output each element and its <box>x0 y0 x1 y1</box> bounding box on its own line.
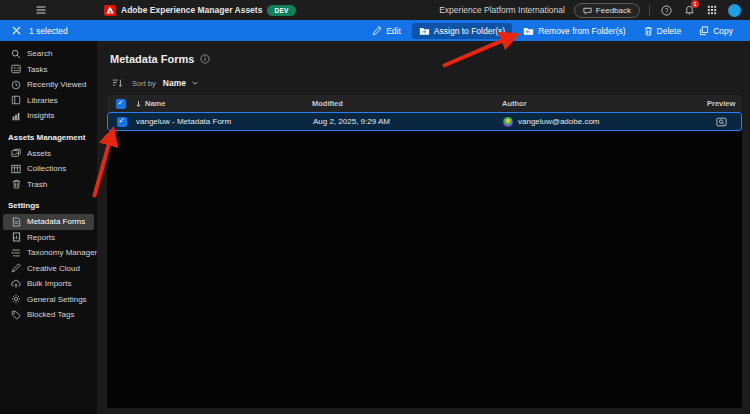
sidebar: Search Tasks Recently Viewed Libraries I… <box>0 41 97 414</box>
feedback-button[interactable]: Feedback <box>574 3 640 18</box>
org-label[interactable]: Experience Platform International <box>439 5 565 15</box>
info-icon[interactable] <box>200 54 210 64</box>
app-title: Adobe Experience Manager Assets <box>121 5 262 15</box>
sidebar-item-taxonomy-management[interactable]: Taxonomy Management <box>3 245 94 261</box>
adobe-logo-icon <box>104 5 116 16</box>
selected-count-label: 1 selected <box>29 26 68 36</box>
table-row-selected[interactable]: vangeluw - Metadata Form Aug 2, 2025, 9:… <box>107 112 742 131</box>
metadata-forms-table: Name Modified Author Preview vangeluw - … <box>107 95 742 408</box>
sidebar-item-creative-cloud[interactable]: Creative Cloud <box>3 261 94 277</box>
row-checkbox[interactable] <box>117 117 127 127</box>
sidebar-item-trash[interactable]: Trash <box>3 177 94 193</box>
topbar-divider <box>649 4 650 16</box>
sidebar-item-metadata-forms[interactable]: Metadata Forms <box>3 214 94 230</box>
table-header-row: Name Modified Author Preview <box>107 95 742 112</box>
remove-label: Remove from Folder(s) <box>538 26 625 36</box>
creative-cloud-pen-icon <box>11 263 21 273</box>
selection-action-bar: 1 selected Edit Assign to Folder(s) Remo… <box>0 20 750 41</box>
sidebar-item-label: Collections <box>27 164 66 173</box>
app-switcher-grid-icon[interactable] <box>705 3 719 17</box>
sidebar-item-insights[interactable]: Insights <box>3 108 94 124</box>
collections-icon <box>11 164 21 174</box>
sidebar-item-bulk-imports[interactable]: Bulk Imports <box>3 276 94 292</box>
sort-by-value[interactable]: Name <box>163 78 186 88</box>
search-icon <box>11 49 21 59</box>
sidebar-item-search[interactable]: Search <box>3 46 94 62</box>
copy-label: Copy <box>713 26 733 36</box>
sidebar-item-recently-viewed[interactable]: Recently Viewed <box>3 77 94 93</box>
sidebar-item-label: Insights <box>27 111 55 120</box>
gear-icon <box>11 294 21 304</box>
assets-icon <box>11 148 21 158</box>
sort-order-icon[interactable] <box>112 78 123 88</box>
sidebar-item-label: General Settings <box>27 295 87 304</box>
env-badge: DEV <box>267 5 295 16</box>
sidebar-item-label: Blocked Tags <box>27 310 74 319</box>
select-all-checkbox[interactable] <box>116 99 126 109</box>
delete-label: Delete <box>657 26 682 36</box>
svg-text:?: ? <box>664 6 668 13</box>
column-header-name[interactable]: Name <box>145 99 165 108</box>
remove-from-folders-button[interactable]: Remove from Folder(s) <box>516 23 632 39</box>
insights-icon <box>11 111 21 121</box>
sidebar-item-label: Tasks <box>27 65 47 74</box>
author-avatar <box>503 117 513 127</box>
bulk-imports-cloud-icon <box>11 279 21 289</box>
sidebar-item-collections[interactable]: Collections <box>3 161 94 177</box>
sort-by-label: Sort by <box>132 79 156 88</box>
close-selection-icon[interactable] <box>12 26 21 35</box>
trash-icon <box>11 179 21 189</box>
tasks-icon <box>11 64 21 74</box>
feedback-icon <box>583 6 592 15</box>
sidebar-section-settings: Settings <box>0 201 97 210</box>
copy-button[interactable]: Copy <box>692 23 740 39</box>
reports-icon <box>11 232 21 242</box>
help-icon[interactable]: ? <box>659 3 673 17</box>
delete-button[interactable]: Delete <box>637 23 689 39</box>
metadata-forms-icon <box>11 217 21 227</box>
page-title: Metadata Forms <box>110 53 194 65</box>
sidebar-item-label: Assets <box>27 149 51 158</box>
sidebar-item-blocked-tags[interactable]: Blocked Tags <box>3 307 94 323</box>
column-header-modified[interactable]: Modified <box>312 99 502 108</box>
sort-controls: Sort by Name <box>97 65 750 88</box>
folder-add-icon <box>419 26 430 36</box>
edit-label: Edit <box>386 26 401 36</box>
recently-viewed-icon <box>11 80 21 90</box>
copy-icon <box>699 26 709 36</box>
edit-pencil-icon <box>372 26 382 36</box>
sidebar-item-assets[interactable]: Assets <box>3 146 94 162</box>
sidebar-item-label: Bulk Imports <box>27 279 71 288</box>
sidebar-item-reports[interactable]: Reports <box>3 230 94 246</box>
sidebar-item-label: Search <box>27 49 52 58</box>
assign-to-folders-button[interactable]: Assign to Folder(s) <box>412 23 512 39</box>
sidebar-item-libraries[interactable]: Libraries <box>3 93 94 109</box>
sidebar-item-label: Trash <box>27 180 47 189</box>
sidebar-item-label: Metadata Forms <box>27 217 85 226</box>
sidebar-item-tasks[interactable]: Tasks <box>3 62 94 78</box>
hamburger-menu-icon[interactable] <box>35 4 49 16</box>
main-content: Metadata Forms Sort by Name <box>97 41 750 414</box>
sidebar-item-label: Libraries <box>27 96 58 105</box>
row-name[interactable]: vangeluw - Metadata Form <box>136 117 313 126</box>
user-avatar[interactable] <box>728 4 741 17</box>
sort-direction-arrow-icon[interactable] <box>135 100 142 108</box>
top-bar: Adobe Experience Manager Assets DEV Expe… <box>0 0 750 20</box>
sidebar-item-label: Creative Cloud <box>27 264 80 273</box>
chevron-down-icon[interactable] <box>191 79 199 87</box>
sidebar-item-general-settings[interactable]: General Settings <box>3 292 94 308</box>
app-brand: Adobe Experience Manager Assets DEV <box>104 5 296 16</box>
feedback-label: Feedback <box>596 6 631 15</box>
libraries-icon <box>11 95 21 105</box>
sidebar-section-assets-management: Assets Management <box>0 133 97 142</box>
column-header-author[interactable]: Author <box>502 99 702 108</box>
assign-label: Assign to Folder(s) <box>434 26 505 36</box>
sidebar-item-label: Reports <box>27 233 55 242</box>
sidebar-item-label: Recently Viewed <box>27 80 86 89</box>
notification-badge: 1 <box>691 0 699 8</box>
row-modified: Aug 2, 2025, 9:29 AM <box>313 117 503 126</box>
edit-button[interactable]: Edit <box>365 23 408 39</box>
preview-icon[interactable] <box>716 117 727 127</box>
blocked-tag-icon <box>11 310 21 320</box>
notifications-bell-icon[interactable]: 1 <box>682 3 696 17</box>
